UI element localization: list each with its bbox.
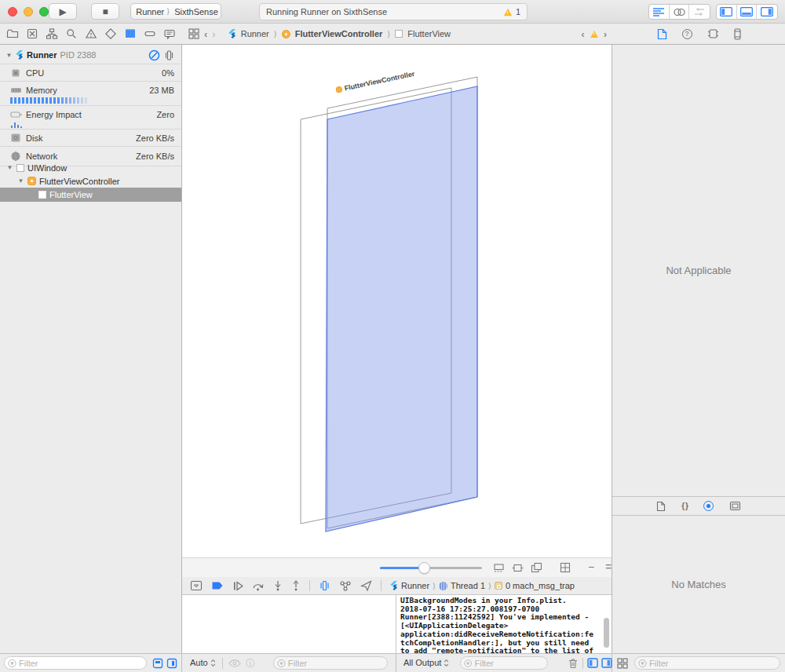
test-navigator-tab-icon[interactable] — [104, 27, 117, 40]
toggle-debug-area-button[interactable] — [737, 5, 758, 19]
warning-icon[interactable] — [590, 31, 598, 38]
back-button[interactable]: ‹ — [204, 28, 207, 40]
zoom-reset-button[interactable]: = — [605, 561, 612, 573]
show-variables-view-icon[interactable] — [587, 658, 598, 668]
warning-icon[interactable] — [504, 8, 512, 15]
info-icon[interactable]: ⓘ — [246, 657, 255, 670]
gauge-row-memory[interactable]: Memory 23 MB — [0, 82, 181, 98]
navigator-filter-field[interactable] — [4, 656, 147, 670]
disclosure-icon[interactable]: ▼ — [17, 177, 24, 184]
object-inspector-tab-icon[interactable] — [707, 28, 719, 39]
breakpoints-toggle-icon[interactable] — [211, 581, 224, 590]
gauge-row-cpu[interactable]: CPU 0% — [0, 64, 181, 81]
editor-mode-segmented — [648, 4, 710, 20]
disclosure-icon[interactable]: ▼ — [6, 164, 13, 171]
file-inspector-tab-icon[interactable] — [657, 28, 667, 40]
console-scrollbar[interactable] — [604, 618, 609, 648]
warning-count[interactable]: 1 — [516, 7, 520, 16]
hide-debug-area-icon[interactable] — [190, 580, 203, 591]
show-layers-icon[interactable] — [531, 562, 542, 573]
related-items-icon[interactable] — [188, 28, 199, 39]
standard-editor-button[interactable] — [649, 5, 670, 19]
find-navigator-tab-icon[interactable] — [65, 27, 78, 40]
filter-views-icon[interactable] — [152, 658, 163, 669]
minimize-window-button[interactable] — [24, 7, 33, 16]
project-navigator-tab-icon[interactable] — [6, 27, 19, 40]
gauge-label: Memory — [26, 86, 57, 95]
filter-highlighted-icon[interactable] — [166, 658, 177, 669]
spacing-slider-thumb[interactable] — [418, 562, 430, 574]
tree-row-flutterviewcontroller[interactable]: ▼ FlutterViewController — [0, 174, 181, 188]
show-console-view-icon[interactable] — [601, 658, 612, 668]
step-over-icon[interactable] — [252, 581, 265, 591]
disclosure-icon[interactable]: ▼ — [5, 52, 13, 59]
constraints-icon[interactable] — [512, 563, 524, 573]
gauge-label: Disk — [26, 133, 42, 143]
zoom-window-button[interactable] — [39, 7, 49, 16]
library-view-mode-icon[interactable] — [617, 658, 628, 669]
crumb-process[interactable]: Runner — [401, 581, 429, 590]
variables-filter-input[interactable] — [288, 659, 387, 668]
forward-button[interactable]: › — [212, 28, 215, 40]
breakpoint-navigator-tab-icon[interactable] — [144, 27, 156, 40]
energy-gauge-bars — [11, 121, 27, 128]
console-output[interactable]: UIBackgroundModes in your Info.plist. 20… — [396, 595, 612, 653]
jumpbar-view[interactable]: FlutterView — [407, 29, 451, 38]
version-editor-icon — [694, 8, 705, 16]
pause-indicator-icon[interactable] — [148, 49, 160, 61]
close-window-button[interactable] — [8, 7, 17, 16]
debug-view-hierarchy-icon[interactable] — [319, 580, 330, 591]
run-button[interactable]: ▶ — [49, 3, 77, 20]
step-out-icon[interactable] — [291, 580, 301, 591]
assistant-editor-button[interactable] — [670, 5, 690, 19]
report-navigator-tab-icon[interactable] — [163, 27, 176, 40]
console-filter-field[interactable] — [460, 656, 548, 670]
crumb-thread[interactable]: Thread 1 — [451, 581, 485, 590]
crumb-frame[interactable]: 0 mach_msg_trap — [506, 581, 575, 590]
object-library-icon[interactable] — [703, 501, 714, 511]
tree-row-flutterview[interactable]: FlutterView — [0, 188, 181, 202]
gauge-row-disk[interactable]: Disk Zero KB/s — [0, 130, 181, 146]
library-filter-input[interactable] — [649, 659, 780, 668]
issue-navigator-tab-icon[interactable] — [85, 27, 97, 40]
scheme-selector[interactable]: Runner ⟩ SixthSense — [130, 3, 221, 20]
media-library-icon[interactable] — [729, 501, 741, 511]
library-filter-field[interactable] — [634, 656, 780, 670]
gauge-row-energy[interactable]: Energy Impact Zero — [0, 106, 181, 122]
trash-icon[interactable] — [568, 657, 579, 669]
variables-view[interactable] — [182, 595, 396, 653]
source-control-navigator-tab-icon[interactable] — [26, 27, 38, 40]
quick-help-inspector-tab-icon[interactable]: ? — [682, 29, 692, 39]
zoom-out-button[interactable]: − — [588, 561, 594, 573]
variables-filter-field[interactable] — [273, 656, 388, 670]
code-snippet-library-icon[interactable]: { } — [681, 502, 688, 510]
grid-icon[interactable] — [560, 562, 571, 573]
memory-graph-icon[interactable] — [339, 580, 352, 591]
tree-row-uiwindow[interactable]: ▼ UIWindow — [0, 161, 181, 174]
navigator-filter-input[interactable] — [19, 659, 146, 668]
size-inspector-tab-icon[interactable] — [734, 28, 741, 40]
continue-icon[interactable] — [232, 581, 243, 591]
symbol-navigator-tab-icon[interactable] — [46, 27, 58, 40]
toggle-inspector-button[interactable] — [757, 5, 777, 19]
step-into-icon[interactable] — [273, 580, 283, 591]
quicklook-eye-icon[interactable] — [228, 659, 241, 667]
toggle-navigator-button[interactable] — [717, 5, 737, 19]
simulate-location-icon[interactable] — [360, 580, 372, 591]
clip-content-icon[interactable] — [493, 563, 505, 573]
window-icon — [16, 164, 24, 172]
version-editor-button[interactable] — [689, 5, 710, 19]
debug-navigator-tab-icon[interactable] — [124, 27, 137, 40]
next-issue-button[interactable]: › — [604, 28, 607, 40]
file-template-library-icon[interactable] — [656, 501, 666, 512]
console-scope-popup[interactable]: All Output — [403, 658, 449, 667]
previous-issue-button[interactable]: ‹ — [581, 28, 584, 40]
variables-scope-popup[interactable]: Auto — [190, 658, 216, 667]
console-filter-input[interactable] — [474, 659, 547, 668]
process-row[interactable]: ▼ Runner PID 2388 — [0, 47, 181, 63]
view-debugger-icon[interactable] — [163, 49, 175, 61]
stop-button[interactable]: ■ — [91, 3, 119, 20]
jumpbar-controller[interactable]: FlutterViewController — [295, 29, 383, 38]
view-debugger-canvas[interactable]: FlutterViewController — [182, 45, 612, 557]
jumpbar-project[interactable]: Runner — [241, 29, 269, 38]
